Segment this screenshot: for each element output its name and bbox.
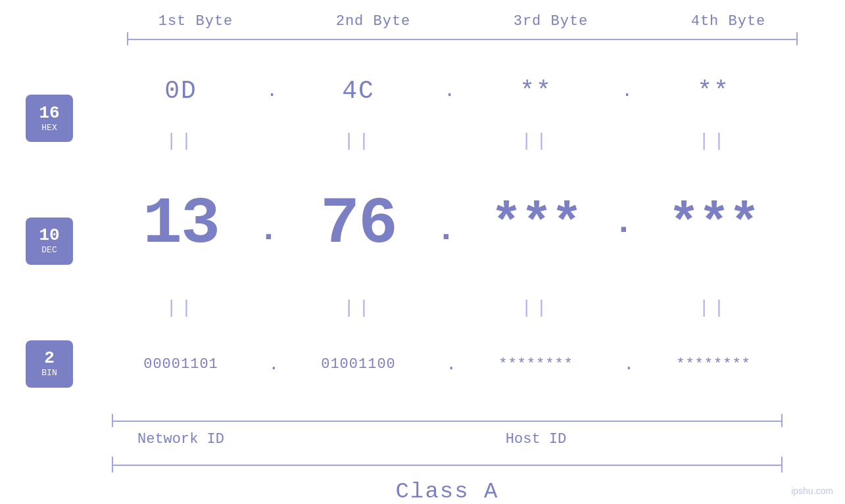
host-bracket-4 bbox=[625, 414, 802, 427]
hex-cell-4: ** bbox=[625, 77, 802, 105]
hex-value-4: ** bbox=[697, 77, 730, 105]
equals-cell-1-2: || bbox=[270, 131, 447, 150]
bin-cell-2: 01001100 . bbox=[270, 356, 447, 373]
bracket-4 bbox=[640, 32, 817, 45]
hex-badge-label: HEX bbox=[41, 123, 57, 133]
dec-cell-4: *** bbox=[625, 195, 802, 254]
network-bracket bbox=[92, 414, 270, 427]
byte-header-4: 4th Byte bbox=[640, 13, 817, 30]
dec-cell-3: *** . bbox=[447, 195, 625, 254]
equals-cell-2-2: || bbox=[270, 298, 447, 317]
main-area: 16 HEX 10 DEC 2 BIN 0D . 4C bbox=[0, 51, 845, 504]
hex-badge-number: 16 bbox=[39, 104, 59, 122]
dec-value-4: *** bbox=[668, 195, 759, 254]
top-bracket-row bbox=[39, 32, 845, 45]
bin-cell-3: ******** . bbox=[447, 356, 625, 373]
equals-cell-2-4: || bbox=[625, 298, 802, 317]
bin-value-3: ******** bbox=[498, 356, 573, 373]
dec-row: 13 . 76 . *** . *** bbox=[92, 150, 845, 298]
byte-header-2: 2nd Byte bbox=[285, 13, 462, 30]
equals-row-2: || || || || bbox=[92, 298, 845, 317]
bottom-brackets-row bbox=[92, 414, 845, 427]
byte-headers-row: 1st Byte 2nd Byte 3rd Byte 4th Byte bbox=[39, 0, 845, 30]
bracket-1 bbox=[107, 32, 285, 45]
dec-badge: 10 DEC bbox=[26, 218, 73, 265]
bin-badge-label: BIN bbox=[41, 368, 57, 378]
dec-cell-1: 13 . bbox=[92, 187, 270, 262]
bracket-2 bbox=[285, 32, 462, 45]
hex-cell-3: ** . bbox=[447, 77, 625, 105]
byte-header-1: 1st Byte bbox=[107, 13, 285, 30]
id-labels-row: Network ID Host ID bbox=[92, 431, 845, 447]
hex-value-3: ** bbox=[519, 77, 552, 105]
dec-value-3: *** bbox=[491, 195, 581, 254]
dec-cell-2: 76 . bbox=[270, 187, 447, 262]
equals-cell-1-4: || bbox=[625, 131, 802, 150]
equals-cell-1-3: || bbox=[447, 131, 625, 150]
watermark: ipshu.com bbox=[791, 486, 833, 496]
bin-cell-4: ******** bbox=[625, 356, 802, 373]
dec-value-1: 13 bbox=[143, 187, 219, 262]
bin-badge: 2 BIN bbox=[26, 340, 73, 388]
host-bracket-2 bbox=[270, 414, 447, 427]
equals-row-1: || || || || bbox=[92, 131, 845, 150]
equals-cell-2-3: || bbox=[447, 298, 625, 317]
hex-badge: 16 HEX bbox=[26, 95, 73, 142]
bin-badge-number: 2 bbox=[44, 350, 55, 367]
badges-column: 16 HEX 10 DEC 2 BIN bbox=[0, 51, 92, 504]
host-bracket-3 bbox=[447, 414, 625, 427]
hex-row: 0D . 4C . ** . ** bbox=[92, 51, 845, 131]
equals-cell-1-1: || bbox=[92, 131, 270, 150]
dec-badge-number: 10 bbox=[39, 227, 59, 244]
equals-cell-2-1: || bbox=[92, 298, 270, 317]
bin-cell-1: 00001101 . bbox=[92, 356, 270, 373]
main-container: 1st Byte 2nd Byte 3rd Byte 4th Byte 16 H… bbox=[0, 0, 845, 504]
bin-value-2: 01001100 bbox=[321, 356, 396, 373]
content-grid: 0D . 4C . ** . ** || || || bbox=[92, 51, 845, 504]
bin-row: 00001101 . 01001100 . ******** . *******… bbox=[92, 317, 845, 411]
bracket-3 bbox=[462, 32, 640, 45]
dec-value-2: 76 bbox=[320, 187, 397, 262]
bin-value-4: ******** bbox=[676, 356, 751, 373]
full-bottom-bracket bbox=[92, 457, 802, 472]
byte-header-3: 3rd Byte bbox=[462, 13, 640, 30]
hex-cell-1: 0D . bbox=[92, 77, 270, 105]
hex-value-1: 0D bbox=[164, 77, 197, 105]
host-id-label: Host ID bbox=[270, 431, 802, 447]
class-label: Class A bbox=[92, 479, 802, 504]
hex-cell-2: 4C . bbox=[270, 77, 447, 105]
dec-badge-label: DEC bbox=[41, 245, 57, 255]
hex-value-2: 4C bbox=[342, 77, 375, 105]
bin-value-1: 00001101 bbox=[143, 356, 218, 373]
network-id-label: Network ID bbox=[92, 431, 270, 447]
